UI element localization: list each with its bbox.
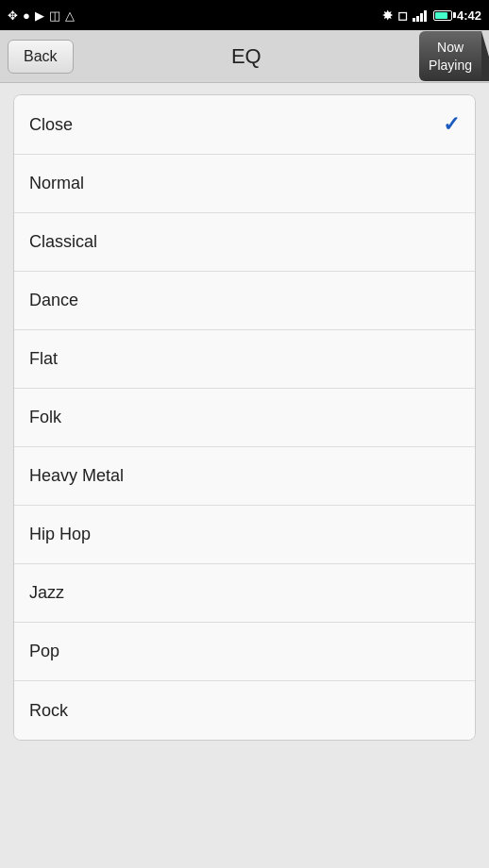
bluetooth-icon: ✸ [382, 8, 393, 23]
eq-option-label-hip-hop: Hip Hop [29, 525, 91, 544]
eq-option-hip-hop[interactable]: Hip Hop [14, 506, 475, 564]
back-button[interactable]: Back [8, 40, 74, 74]
eq-option-label-flat: Flat [29, 349, 58, 369]
warning-icon: △ [65, 8, 75, 23]
page-title: EQ [231, 44, 261, 69]
battery-icon [433, 10, 452, 21]
status-bar: ✥ ● ▶ ◫ △ ✸ ◻ 4:42 [0, 0, 489, 30]
now-playing-button[interactable]: NowPlaying [419, 31, 481, 80]
usb-icon: ✥ [8, 8, 18, 23]
eq-option-checkmark-close: ✓ [443, 112, 460, 137]
eq-option-classical[interactable]: Classical [14, 213, 475, 272]
eq-option-label-classical: Classical [29, 232, 97, 252]
time-display: 4:42 [457, 8, 481, 23]
eq-option-pop[interactable]: Pop [14, 623, 475, 681]
signal-bars [413, 8, 427, 22]
screen-icon: ◫ [49, 8, 60, 23]
eq-option-heavy-metal[interactable]: Heavy Metal [14, 447, 475, 506]
status-icons-right: ✸ ◻ 4:42 [382, 8, 481, 23]
action-bar: Back EQ NowPlaying [0, 30, 489, 83]
eq-option-jazz[interactable]: Jazz [14, 564, 475, 623]
notification-icon: ● [23, 8, 30, 23]
eq-option-label-heavy-metal: Heavy Metal [29, 466, 124, 486]
eq-list: Close✓NormalClassicalDanceFlatFolkHeavy … [13, 94, 476, 741]
eq-option-rock[interactable]: Rock [14, 681, 475, 740]
eq-option-folk[interactable]: Folk [14, 389, 475, 447]
eq-option-label-rock: Rock [29, 701, 68, 721]
eq-option-close[interactable]: Close✓ [14, 95, 475, 155]
eq-option-label-dance: Dance [29, 291, 78, 310]
eq-option-label-jazz: Jazz [29, 583, 64, 603]
eq-option-dance[interactable]: Dance [14, 272, 475, 330]
play-icon: ▶ [35, 8, 44, 23]
nfc-icon: ◻ [397, 8, 408, 23]
eq-option-label-close: Close [29, 115, 73, 135]
status-icons-left: ✥ ● ▶ ◫ △ [8, 8, 75, 23]
eq-option-flat[interactable]: Flat [14, 330, 475, 389]
eq-option-label-folk: Folk [29, 408, 61, 427]
eq-option-normal[interactable]: Normal [14, 155, 475, 213]
eq-option-label-pop: Pop [29, 642, 59, 661]
eq-option-label-normal: Normal [29, 174, 84, 193]
